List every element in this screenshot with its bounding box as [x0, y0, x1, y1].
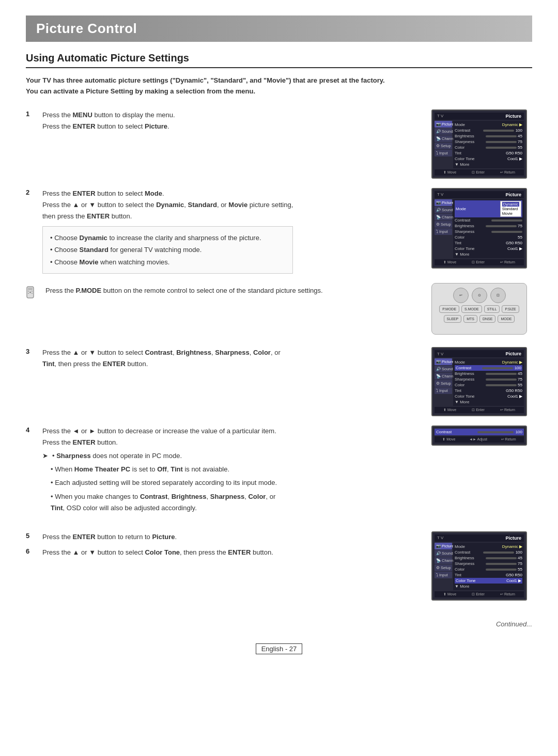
step-2-left: 2 Press the ENTER button to select Mode.… [26, 188, 421, 274]
step-3-number: 3 [26, 347, 37, 370]
page-footer: English - 27 [26, 643, 532, 654]
continued-text: Continued... [26, 620, 532, 628]
intro-block: Your TV has three automatic picture sett… [26, 75, 532, 97]
step-3-screen: T V Picture 📷Picture 🔊Sound 📡Channel ⚙Se… [431, 347, 532, 416]
remote-note-text: Press the P.MODE button on the remote co… [45, 285, 323, 296]
step-3-left: 3 Press the ▲ or ▼ button to select Cont… [26, 347, 421, 370]
step-2-screen: T V Picture 📷Picture 🔊Sound 📡Channel ⚙Se… [431, 188, 532, 269]
step-2-text: Press the ENTER button to select Mode. P… [42, 188, 293, 274]
step-2-row: 2 Press the ENTER button to select Mode.… [26, 188, 532, 274]
step-4-left: 4 Press the ◄ or ► button to decrease or… [26, 426, 421, 522]
step-4-number: 4 [26, 426, 37, 522]
step-1-left: 1 Press the MENU button to display the m… [26, 109, 421, 132]
step-5-6-screen: T V Picture 📷Picture 🔊Sound 📡Channel ⚙Se… [431, 531, 532, 601]
remote-note-row: Press the P.MODE button on the remote co… [26, 283, 532, 335]
step-6-number: 6 [26, 547, 37, 558]
page-number: English - 27 [256, 643, 303, 654]
step-2-bullets: • Choose Dynamic to increase the clarity… [42, 226, 293, 274]
step-4-row: 4 Press the ◄ or ► button to decrease or… [26, 426, 532, 522]
svg-point-6 [32, 293, 33, 294]
svg-point-4 [32, 291, 33, 292]
intro-line-2: You can activate a Picture Setting by ma… [26, 86, 532, 97]
step-5-left: 5 Press the ENTER button to return to Pi… [26, 531, 421, 558]
section-title: Using Automatic Picture Settings [26, 52, 532, 68]
content-area: 1 Press the MENU button to display the m… [26, 109, 532, 610]
intro-line-1: Your TV has three automatic picture sett… [26, 75, 532, 86]
step-5-text: Press the ENTER button to return to Pict… [42, 531, 177, 543]
step-6-text: Press the ▲ or ▼ button to select Color … [42, 547, 273, 558]
remote-note-icon [26, 286, 38, 298]
step-5-number: 5 [26, 531, 37, 543]
step-1-number: 1 [26, 109, 37, 132]
step-5-row: 5 Press the ENTER button to return to Pi… [26, 531, 532, 601]
remote-note-left: Press the P.MODE button on the remote co… [26, 283, 421, 308]
remote-image: ↩ ⊙ ⊡ P.MODE S.MODE STILL P.SIZE SLEEP M… [431, 283, 532, 335]
step-4-tips: ➤ • Sharpness does not operate in PC mod… [42, 450, 277, 513]
step-3-text: Press the ▲ or ▼ button to select Contra… [42, 347, 281, 370]
step-1-screen: T V Picture 📷Picture 🔊Sound 📡Channel ⚙Se… [431, 109, 532, 179]
step-4-text: Press the ◄ or ► button to decrease or i… [42, 426, 277, 522]
svg-point-2 [29, 292, 31, 293]
page-title: Picture Control [36, 21, 522, 37]
svg-point-3 [28, 291, 29, 292]
step-1-row: 1 Press the MENU button to display the m… [26, 109, 532, 179]
svg-rect-1 [28, 288, 33, 290]
page-title-box: Picture Control [26, 15, 532, 42]
step-1-text: Press the MENU button to display the men… [42, 109, 175, 132]
svg-point-5 [28, 293, 29, 294]
step-4-screens: Contrast 100 ⬆ Move◄► Adjust↩ Return [431, 426, 532, 446]
step-3-row: 3 Press the ▲ or ▼ button to select Cont… [26, 347, 532, 416]
step-2-number: 2 [26, 188, 37, 274]
